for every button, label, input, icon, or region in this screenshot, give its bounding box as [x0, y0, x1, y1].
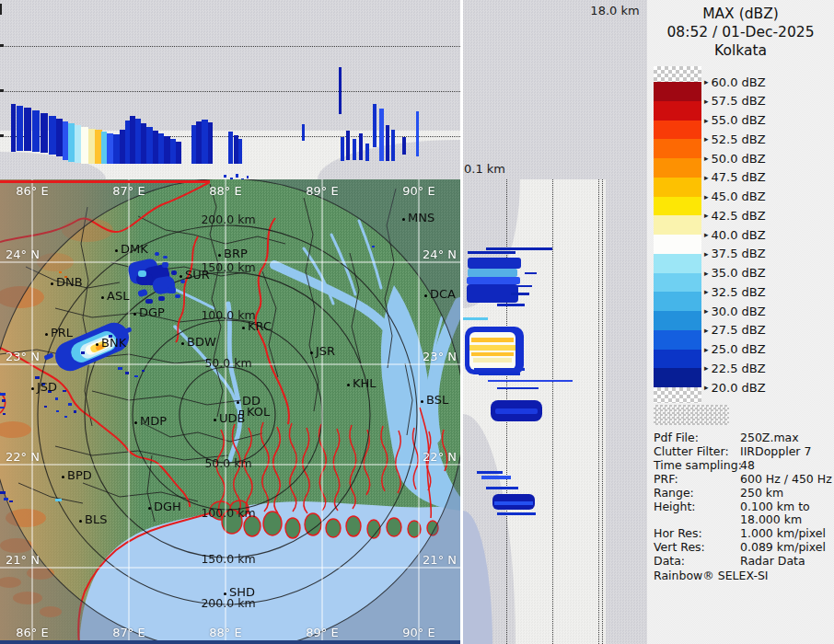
legend-label: ▸60.0 dBZ: [704, 75, 766, 89]
radar-echo: [68, 123, 75, 162]
legend-arrow-icon: ▸: [704, 363, 709, 373]
city-label: BLS: [85, 513, 107, 526]
legend-label: ▸30.0 dBZ: [704, 304, 766, 318]
metadata-row: Time sampling:48: [647, 458, 834, 472]
software-footer: Rainbow® SELEX-SI: [654, 569, 769, 582]
colorbar-band: [654, 101, 701, 121]
radar-echo: [11, 104, 16, 152]
city-label: PRL: [51, 327, 73, 339]
radar-echo: [494, 501, 533, 505]
vendor-logo: [654, 405, 729, 425]
city-label: BPD: [67, 469, 92, 482]
radar-echo: [473, 358, 512, 362]
legend-label: ▸55.0 dBZ: [704, 113, 766, 128]
radar-echo: [468, 251, 515, 254]
colorbar-band: [654, 292, 701, 311]
city-label: KOL: [247, 406, 270, 419]
radar-echo: [474, 368, 525, 371]
city-marker: [237, 401, 239, 404]
city-marker: [134, 421, 137, 424]
range-ring-label: 50.0 km: [195, 357, 261, 370]
colorbar-checker-top: [654, 66, 701, 82]
city-marker: [79, 520, 82, 523]
radar-display-window: 18.0 km 0.1 km: [0, 0, 834, 644]
legend-label: ▸20.0 dBZ: [704, 380, 766, 395]
colorbar-band: [654, 350, 701, 369]
radar-echo: [81, 127, 88, 164]
radar-echo: [107, 133, 113, 164]
metadata-row: Hor Res:1.000 km/pixel: [647, 526, 834, 540]
radar-echo: [488, 380, 573, 382]
city-marker: [224, 592, 226, 595]
city-label: DCA: [430, 288, 456, 301]
legend-arrow-icon: ▸: [704, 345, 709, 354]
colorbar-band: [654, 330, 701, 350]
colorbar-band: [654, 215, 701, 235]
radar-echo: [339, 67, 342, 114]
colorbar-band: [654, 235, 701, 254]
radar-echo: [365, 144, 369, 161]
city-marker: [148, 507, 151, 510]
radar-echo: [176, 142, 181, 164]
radar-echo: [495, 408, 538, 414]
radar-echo: [359, 133, 363, 160]
radar-echo: [416, 111, 419, 156]
city-label: DMK: [121, 243, 148, 256]
radar-echo: [468, 258, 521, 269]
range-ring-label: 150.0 km: [195, 553, 261, 566]
metadata-row: Range:250 km: [647, 486, 834, 500]
vertical-projection-side-panel: [463, 179, 606, 644]
legend-arrow-icon: ▸: [704, 173, 709, 182]
colorbar-bands: [654, 82, 701, 387]
city-marker: [101, 296, 104, 299]
longitude-label: 90° E: [398, 627, 440, 639]
latitude-label: 24° N: [6, 248, 40, 261]
radar-echo: [24, 108, 31, 151]
radar-echo: [468, 269, 517, 277]
radar-echo: [49, 116, 56, 155]
radar-echo: [236, 174, 238, 178]
city-label: JSR: [316, 345, 335, 358]
longitude-label: 88° E: [204, 185, 247, 198]
city-marker: [180, 275, 182, 278]
legend-arrow-icon: ▸: [704, 230, 709, 239]
city-label: MNS: [408, 212, 434, 224]
city-label: KRC: [248, 320, 272, 333]
range-ring-label: 200.0 km: [195, 597, 261, 610]
radar-echo: [486, 487, 518, 489]
longitude-label: 89° E: [301, 627, 343, 639]
radar-echo: [391, 130, 395, 161]
height-axis-min-label: 0.1 km: [464, 162, 505, 176]
radar-echo: [515, 285, 532, 287]
legend-arrow-icon: ▸: [704, 192, 709, 201]
metadata-row: Pdf File:250Z.max: [647, 431, 834, 444]
radar-echo: [463, 317, 488, 320]
colorbar-band: [654, 273, 701, 293]
legend-arrow-icon: ▸: [704, 326, 709, 335]
city-marker: [242, 327, 245, 329]
radar-echo: [402, 137, 406, 155]
latitude-label: 21° N: [412, 554, 457, 567]
longitude-label: 87° E: [108, 627, 150, 639]
radar-echo: [373, 104, 376, 147]
radar-echo: [497, 387, 539, 389]
metadata-row: PRF:600 Hz / 450 Hz: [647, 472, 834, 486]
radar-echo: [41, 113, 48, 153]
metadata-row: Data:Radar Data: [647, 554, 834, 568]
latitude-label: 23° N: [6, 351, 40, 363]
longitude-label: 88° E: [204, 627, 247, 639]
colorbar-checker-bottom: [654, 387, 701, 403]
legend-label: ▸27.5 dBZ: [704, 323, 766, 338]
radar-echo: [17, 106, 23, 151]
radar-echo: [353, 139, 356, 160]
city-marker: [45, 333, 48, 336]
latitude-label: 23° N: [412, 351, 457, 363]
city-label: DGP: [139, 306, 165, 319]
longitude-label: 86° E: [11, 627, 53, 639]
city-marker: [347, 384, 350, 386]
city-label: MDP: [140, 415, 167, 428]
radar-echo: [75, 125, 81, 163]
colorbar-band: [654, 254, 701, 273]
city-marker: [31, 387, 34, 390]
city-label: KHL: [353, 377, 376, 390]
